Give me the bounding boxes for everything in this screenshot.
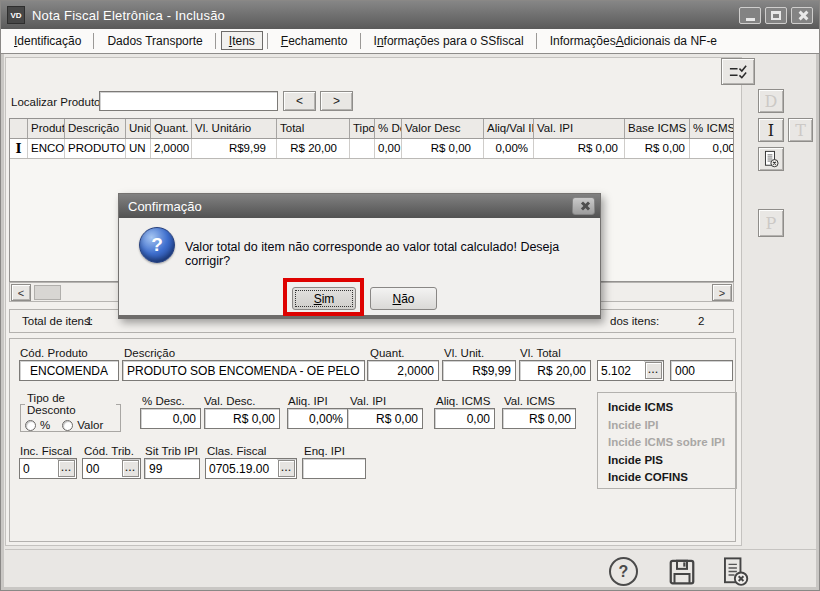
cell-vl-unitario: R$9,99 — [192, 139, 277, 158]
radio-valor-icon — [62, 420, 73, 431]
aliq-ipi-field[interactable] — [287, 408, 348, 429]
enq-ipi-label: Enq. IPI — [304, 445, 345, 457]
vl-unit-field[interactable] — [442, 360, 516, 381]
inc-fiscal-group: ... — [19, 458, 77, 479]
marked-list-icon — [728, 64, 749, 80]
vl-total-field[interactable] — [519, 360, 591, 381]
inc-fiscal-label: Inc. Fiscal — [20, 445, 72, 457]
close-button[interactable] — [791, 7, 813, 24]
enq-ipi-field[interactable] — [302, 458, 366, 479]
cell-base-icms: R$ 0,00 — [625, 139, 690, 158]
tipo-desconto-legend: Tipo de Desconto — [25, 392, 116, 416]
scroll-right-button[interactable]: > — [712, 284, 732, 301]
cod-trib-browse-button[interactable]: ... — [122, 460, 139, 477]
nao-button[interactable]: Não — [370, 287, 437, 310]
cell-valor-desc: R$ 0,00 — [402, 139, 484, 158]
delete-item-button[interactable]: D — [758, 89, 784, 113]
window-titlebar: VD Nota Fiscal Eletrônica - Inclusão — [1, 1, 820, 29]
grid-header-val-ipi[interactable]: Val. IPI — [534, 119, 625, 138]
quant-label: Quant. — [370, 347, 405, 359]
tab-informacoes-adicionais-nfe[interactable]: Informações Adicionais da NF-e — [537, 29, 730, 53]
inc-fiscal-field[interactable] — [20, 459, 57, 478]
help-button[interactable]: ? — [609, 557, 638, 586]
confirmation-dialog: Confirmação ? Valor total do item não co… — [118, 193, 601, 319]
question-icon: ? — [139, 227, 175, 263]
vl-unit-label: Vl. Unit. — [444, 347, 484, 359]
incide-ipi-label: Incide IPI — [608, 417, 736, 435]
insert-item-button[interactable]: I — [758, 118, 784, 142]
sim-button[interactable]: Sim — [292, 287, 356, 310]
grid-header-tipo[interactable]: Tipo — [350, 119, 375, 138]
tab-bar: Identificação Dados Transporte Itens Fec… — [1, 29, 820, 54]
cancel-document-button[interactable] — [758, 147, 784, 171]
val-icms-label: Val. ICMS — [504, 395, 555, 407]
cod-trib-field[interactable] — [83, 459, 121, 478]
grid-header-perc-desc[interactable]: % De — [375, 119, 402, 138]
toggle-list-button[interactable] — [721, 58, 755, 85]
transfer-item-button[interactable]: T — [788, 118, 813, 142]
minimize-icon — [746, 18, 755, 21]
grid-header-unid[interactable]: Unid — [126, 119, 151, 138]
next-button[interactable]: > — [320, 91, 353, 111]
quant-field[interactable] — [367, 360, 439, 381]
grid-header-perc-icms[interactable]: % ICMS — [690, 119, 734, 138]
previous-button[interactable]: < — [283, 91, 316, 111]
total-dos-itens-label: dos itens: — [610, 315, 659, 327]
perc-desc-field[interactable] — [140, 408, 201, 429]
dialog-title: Confirmação — [128, 199, 202, 214]
grid-header-valor-desc[interactable]: Valor Desc — [402, 119, 484, 138]
scroll-thumb[interactable] — [34, 285, 61, 300]
cancel-button[interactable] — [719, 556, 750, 591]
grid-header-produto[interactable]: Produto — [28, 119, 65, 138]
save-button[interactable] — [667, 557, 697, 591]
cell-perc-icms: 0,00 — [690, 139, 734, 158]
clas-fiscal-label: Clas. Fiscal — [207, 445, 266, 457]
cell-perc-desc: 0,00 — [375, 139, 402, 158]
cancel-document-icon — [719, 556, 750, 587]
clas-fiscal-group: ... — [205, 458, 297, 479]
tab-dados-transporte[interactable]: Dados Transporte — [94, 29, 215, 53]
perc-desc-label: % Desc. — [142, 395, 185, 407]
grid-header-base-icms[interactable]: Base ICMS — [625, 119, 690, 138]
dialog-message: Valor total do item não corresponde ao v… — [185, 240, 600, 268]
grid-row-item-1[interactable]: I ENCOMENDA PRODUTO SOB ENCOMENDA - OE P… — [10, 139, 733, 159]
grid-header-aliq-val-ipi[interactable]: Aliq/Val IP — [484, 119, 534, 138]
clas-fiscal-field[interactable] — [206, 459, 277, 478]
val-ipi-field[interactable] — [347, 408, 423, 429]
clas-fiscal-browse-button[interactable]: ... — [278, 460, 295, 477]
tab-itens[interactable]: Itens — [216, 29, 268, 53]
grid-header-quant[interactable]: Quant. — [151, 119, 192, 138]
incide-cofins-label: Incide COFINS — [608, 469, 736, 487]
cell-quant: 2,0000 — [151, 139, 192, 158]
localizar-produto-input[interactable] — [99, 91, 278, 111]
maximize-button[interactable] — [765, 7, 787, 24]
tab-fechamento[interactable]: Fechamento — [268, 29, 361, 53]
sit-trib-ipi-label: Sit Trib IPI — [145, 445, 198, 457]
radio-percent[interactable]: % — [25, 419, 50, 431]
tab-identificacao[interactable]: Identificação — [1, 29, 94, 53]
val-icms-field[interactable] — [502, 408, 576, 429]
tab-informacoes-ssfiscal[interactable]: Informações para o SSfiscal — [361, 29, 537, 53]
descricao-field[interactable] — [122, 360, 365, 381]
aliq-icms-field[interactable] — [434, 408, 495, 429]
incide-icms-sobre-ipi-label: Incide ICMS sobre IPI — [608, 434, 736, 452]
minimize-button[interactable] — [739, 7, 761, 24]
total-itens-value: 1 — [86, 315, 92, 327]
val-desc-field[interactable] — [204, 408, 280, 429]
cell-tipo — [350, 139, 375, 158]
dialog-close-button[interactable] — [572, 197, 595, 215]
grid-header-descricao[interactable]: Descrição — [65, 119, 126, 138]
cfop-browse-button[interactable]: ... — [645, 362, 662, 379]
cod-produto-field[interactable] — [19, 360, 119, 381]
descricao-label: Descrição — [124, 347, 175, 359]
app-window: VD Nota Fiscal Eletrônica - Inclusão Ide… — [0, 0, 820, 591]
cfop-suffix-field[interactable] — [670, 360, 733, 381]
grid-header-vl-unitario[interactable]: Vl. Unitário — [192, 119, 277, 138]
radio-valor[interactable]: Valor — [62, 419, 103, 431]
cfop-field[interactable] — [598, 361, 644, 380]
scroll-left-button[interactable]: < — [11, 284, 31, 301]
sit-trib-ipi-field[interactable] — [144, 458, 200, 479]
inc-fiscal-browse-button[interactable]: ... — [58, 460, 75, 477]
grid-header-total[interactable]: Total — [277, 119, 350, 138]
print-item-button[interactable]: P — [758, 209, 784, 237]
